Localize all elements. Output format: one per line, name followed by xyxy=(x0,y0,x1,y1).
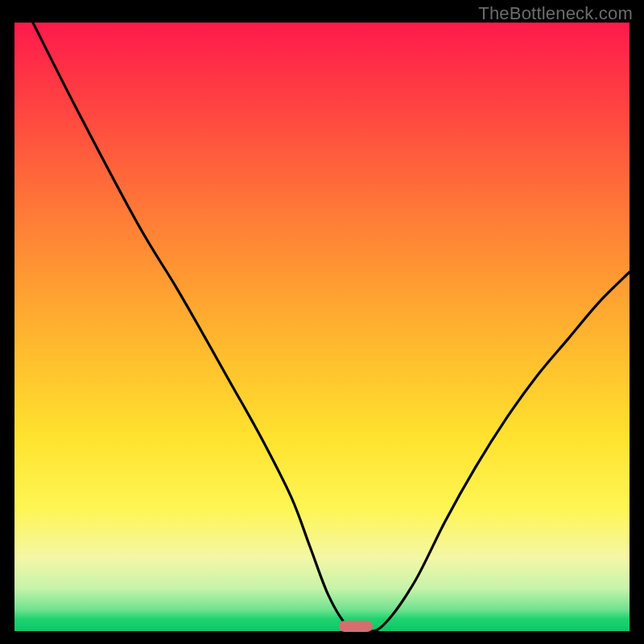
bottleneck-curve xyxy=(14,23,630,631)
watermark-text: TheBottleneck.com xyxy=(478,3,633,24)
optimum-marker xyxy=(339,621,373,632)
chart-frame: TheBottleneck.com xyxy=(0,0,644,644)
plot-area xyxy=(14,23,630,631)
